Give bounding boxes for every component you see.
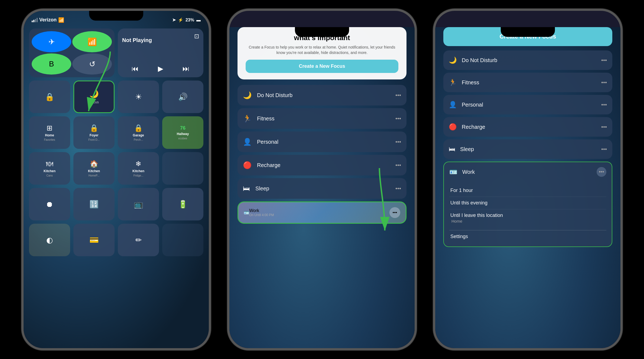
cc-toggles: ✈ 📶 B ↺: [29, 28, 115, 77]
foyer-icon: 🔒: [90, 124, 98, 132]
play-icon[interactable]: ▶: [158, 65, 163, 73]
p3-person-icon: 👤: [449, 101, 457, 108]
p3-work-dots[interactable]: •••: [597, 167, 606, 177]
p3-personal-dots[interactable]: •••: [601, 102, 607, 108]
focus-list-2: 🌙 Do Not Disturb ••• 🏃 Fitness ••• 👤 Per…: [229, 85, 415, 224]
work-item-2[interactable]: 🪪 Work On Until 4:00 PM •••: [238, 201, 406, 224]
orientation-toggle[interactable]: ↺: [72, 53, 112, 75]
recharge-item-2[interactable]: 🔴 Recharge •••: [238, 155, 406, 175]
p3-settings-btn[interactable]: Settings: [449, 230, 606, 243]
kitchen-fridge-btn[interactable]: ❄ Kitchen Fridge...: [118, 152, 159, 185]
phone-2: what's important Create a Focus to help …: [227, 9, 417, 350]
p3-dnd-item[interactable]: 🌙 Do Not Disturb •••: [443, 50, 612, 70]
phone-2-screen: what's important Create a Focus to help …: [229, 11, 415, 348]
p3-work-options: For 1 hour Until this evening Until I le…: [444, 182, 612, 246]
dark-mode-btn[interactable]: ◐: [29, 224, 70, 256]
cc-bottom-row: ⏺ 🔢 📺 🔋: [29, 188, 203, 220]
for-1-hour-label: For 1 hour: [450, 188, 473, 193]
personal-item-2[interactable]: 👤 Personal •••: [238, 132, 406, 152]
p3-sleep-icon: 🛏: [449, 145, 455, 153]
media-tile: ⊡ Not Playing ⏮ ▶ ⏭: [118, 28, 203, 77]
p3-sleep-dots[interactable]: •••: [601, 146, 607, 152]
focus-btn[interactable]: 🌙 Focus: [73, 81, 115, 113]
p3-focus-list: 🌙 Do Not Disturb ••• 🏃 Fitness ••• 👤 Per…: [435, 50, 620, 159]
p3-fitness-item[interactable]: 🏃 Fitness •••: [443, 73, 612, 92]
airplane-toggle[interactable]: ✈: [32, 31, 71, 52]
brightness-icon: ☀: [135, 92, 142, 101]
p3-dnd-dots[interactable]: •••: [601, 57, 607, 63]
home-favorites-btn[interactable]: ⊞ Home Favorites: [29, 116, 70, 149]
p3-recharge-dots[interactable]: •••: [601, 124, 607, 130]
p3-until-evening[interactable]: Until this evening: [449, 197, 606, 209]
create-focus-btn-2[interactable]: Create a New Focus: [246, 60, 398, 73]
ecobee-btn[interactable]: 76 Hallway ecobee: [162, 116, 203, 149]
dnd-dots-2[interactable]: •••: [395, 92, 401, 98]
garage-btn[interactable]: 🔒 Garage Perch...: [118, 116, 159, 149]
ecobee-icon: 76: [180, 125, 186, 131]
location-icon: ➤: [172, 17, 176, 23]
airplay-icon[interactable]: ⊡: [194, 33, 199, 40]
empty-home-btn: [162, 152, 203, 185]
battery-icon-cc: 🔋: [178, 200, 188, 209]
media-controls: ⏮ ▶ ⏭: [122, 65, 199, 73]
p3-recharge-item[interactable]: 🔴 Recharge •••: [443, 117, 612, 137]
p3-run-icon: 🏃: [449, 79, 457, 86]
p3-recharge-label: Recharge: [462, 124, 601, 130]
battery-btn[interactable]: 🔋: [162, 188, 203, 220]
notch-3: [501, 27, 555, 37]
p3-fitness-label: Fitness: [462, 79, 601, 86]
fitness-dots-2[interactable]: •••: [395, 116, 401, 122]
garage-icon: 🔒: [134, 124, 143, 132]
cc-top-row: ✈ 📶 B ↺ ⊡ Not Playing ⏮ ▶ ⏭: [29, 28, 203, 77]
record-btn[interactable]: ⏺: [29, 188, 70, 220]
p3-until-location[interactable]: Until I leave this location Home: [449, 209, 606, 230]
phone-3: Create a New Focus 🌙 Do Not Disturb ••• …: [433, 9, 623, 350]
p3-work-label: Work: [462, 169, 597, 175]
remote-btn[interactable]: 📺: [118, 188, 159, 220]
settings-label: Settings: [450, 234, 468, 239]
moon-icon: 🌙: [89, 89, 99, 98]
work-dots-2[interactable]: •••: [389, 207, 400, 218]
edit-icon: ✏: [135, 236, 142, 245]
recharge-dots-2[interactable]: •••: [395, 162, 401, 168]
dark-mode-icon: ◐: [46, 236, 53, 245]
brightness-slider[interactable]: ☀: [118, 81, 159, 113]
wallet-btn[interactable]: 💳: [73, 224, 115, 256]
wifi-toggle[interactable]: 📶: [72, 31, 112, 52]
battery-icon-1: ⚡: [178, 17, 183, 23]
phone-1: Verizon 📶 ➤ ⚡ 23% ▬ ✈ 📶: [21, 9, 211, 350]
phone-1-screen: Verizon 📶 ➤ ⚡ 23% ▬ ✈ 📶: [24, 11, 209, 348]
status-right-1: ➤ ⚡ 23% ▬: [172, 17, 201, 23]
p3-sleep-label: Sleep: [460, 146, 601, 152]
sleep-dots-2[interactable]: •••: [395, 185, 401, 192]
bt-toggle[interactable]: B: [32, 53, 71, 75]
work-sub-2: On Until 4:00 PM: [249, 213, 389, 217]
moon-icon-2: 🌙: [243, 91, 252, 100]
personal-dots-2[interactable]: •••: [395, 139, 401, 145]
volume-slider[interactable]: 🔊: [162, 81, 203, 113]
calc-btn[interactable]: 🔢: [73, 188, 115, 220]
prev-icon[interactable]: ⏮: [132, 65, 139, 73]
kitchen-cans-btn[interactable]: 🍽 Kitchen Cans: [29, 152, 70, 185]
screen-lock-btn[interactable]: 🔒: [29, 81, 70, 113]
p3-sleep-item[interactable]: 🛏 Sleep •••: [443, 139, 612, 159]
p3-for-1-hour[interactable]: For 1 hour: [449, 184, 606, 197]
kitchen-fridge-icon: ❄: [135, 160, 141, 168]
kitchen-home-btn[interactable]: 🏠 Kitchen HomeP...: [73, 152, 115, 185]
edit-btn[interactable]: ✏: [118, 224, 159, 256]
fitness-item-2[interactable]: 🏃 Fitness •••: [238, 108, 406, 129]
p3-personal-item[interactable]: 👤 Personal •••: [443, 95, 612, 114]
dnd-item-2[interactable]: 🌙 Do Not Disturb •••: [238, 85, 406, 105]
p3-work-expanded: 🪪 Work ••• For 1 hour Until this evening…: [443, 162, 612, 247]
foyer-btn[interactable]: 🔒 Foyer Front D...: [73, 116, 115, 149]
next-icon[interactable]: ⏭: [183, 65, 190, 73]
recharge-icon-2: 🔴: [243, 161, 252, 169]
cc-last-row: ◐ 💳 ✏: [29, 224, 203, 256]
p3-fitness-dots[interactable]: •••: [601, 79, 607, 86]
p3-moon-icon: 🌙: [449, 56, 457, 64]
cc-home-row-2: 🍽 Kitchen Cans 🏠 Kitchen HomeP... ❄ Kitc…: [29, 152, 203, 185]
sleep-item-2[interactable]: 🛏 Sleep •••: [238, 178, 406, 199]
focus-label: Focus: [89, 100, 99, 104]
kitchen-cans-icon: 🍽: [46, 160, 53, 168]
volume-icon: 🔊: [178, 92, 188, 101]
